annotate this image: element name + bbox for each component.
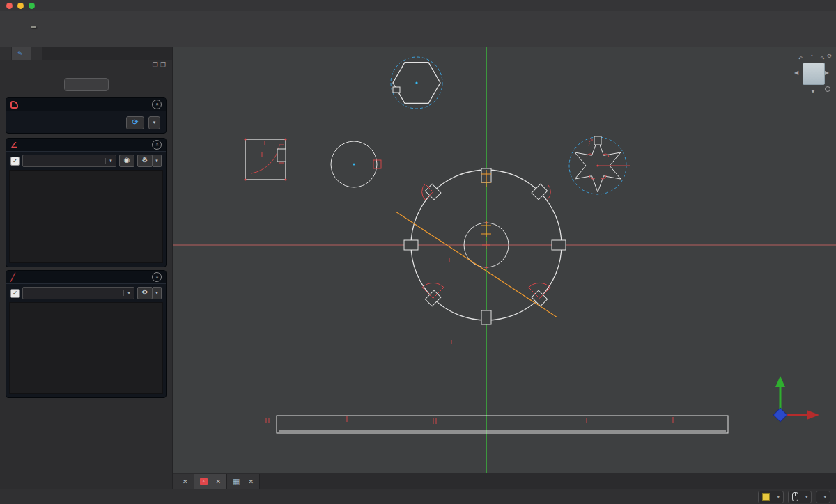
chevron-down-icon: ▾	[823, 494, 826, 500]
tab-model[interactable]	[0, 47, 11, 60]
chevron-down-icon: ▾	[777, 494, 780, 500]
auto-update-button[interactable]: ⟳	[126, 116, 144, 129]
combo-view-panel: ✎ ❐❐ » ⟳ ▾ ∠	[0, 47, 173, 489]
origin-cross	[482, 241, 490, 249]
constraints-box: ∠ » ✓ ▾ ◉ ⚙ ▾	[6, 138, 167, 267]
close-window-button[interactable]	[6, 3, 13, 9]
center-point[interactable]	[353, 163, 355, 165]
close-icon[interactable]: ✕	[183, 478, 188, 485]
elements-select-all-checkbox[interactable]: ✓	[10, 289, 20, 298]
elements-list	[9, 302, 163, 394]
tab-spreadsheet[interactable]: ▦ ✕	[227, 474, 260, 489]
toolbar-sketcher	[0, 29, 836, 47]
tab-tasks[interactable]: ✎	[12, 47, 31, 60]
navigation-cube[interactable]: ⌃ ↶ ↷ ◀ ▶ ▼ ⚙	[793, 49, 833, 97]
circle-slot-upper-right[interactable]	[532, 180, 555, 204]
circle-slot-left[interactable]	[404, 240, 418, 250]
freecad-window: ✎ ❐❐ » ⟳ ▾ ∠	[0, 0, 836, 504]
tab-presskit-document[interactable]: ◦ ✕	[194, 474, 228, 489]
navcube-corner-icon[interactable]	[825, 86, 830, 92]
sketch-viewport[interactable]: ⌃ ↶ ↷ ◀ ▶ ▼ ⚙	[173, 47, 836, 473]
elements-settings-dropdown[interactable]: ▾	[153, 287, 162, 299]
mouse-icon	[792, 492, 798, 501]
spreadsheet-icon: ▦	[233, 477, 240, 486]
arrow-left-icon[interactable]: ◀	[794, 70, 798, 76]
elements-icon: ╱	[10, 273, 15, 282]
arrow-down-icon[interactable]: ▼	[810, 88, 816, 95]
axis-indicator	[759, 370, 826, 430]
corner-arc[interactable]	[251, 145, 279, 173]
float-dock-icons[interactable]: ❐❐	[153, 61, 168, 68]
y-axis-arrow	[775, 376, 785, 387]
panel-title-bar: ❐❐	[0, 60, 172, 70]
layer-swatch-icon	[762, 493, 770, 501]
sketch-canvas	[173, 47, 836, 473]
maximize-window-button[interactable]	[29, 3, 35, 9]
chevron-down-icon: ▾	[805, 494, 808, 500]
sketch-icon	[10, 101, 18, 109]
navcube-top-face[interactable]	[803, 63, 825, 85]
auto-update-dropdown[interactable]: ▾	[148, 116, 160, 129]
panel-tab-bar: ✎	[0, 47, 172, 60]
diameter-100-dimension-line[interactable]	[396, 212, 557, 317]
elements-settings-icon[interactable]: ⚙	[137, 287, 153, 299]
rotate-ccw-icon[interactable]: ↶	[798, 56, 803, 62]
circle-slot-lower-left[interactable]	[418, 276, 447, 306]
label-leader-line	[589, 138, 591, 146]
vertical-dimension-center[interactable]	[481, 221, 491, 237]
titlebar	[0, 0, 836, 12]
solver-messages-box: » ⟳ ▾	[6, 97, 167, 134]
constraints-settings-icon[interactable]: ⚙	[137, 155, 153, 167]
freecad-document-icon: ◦	[200, 478, 208, 485]
layer-selector[interactable]: ▾	[758, 491, 784, 503]
x-axis-arrow	[807, 410, 819, 420]
constraints-list	[9, 170, 163, 263]
circle-slot-bottom[interactable]	[481, 310, 491, 324]
hexagon-notch[interactable]	[393, 87, 400, 93]
dimension-display[interactable]: ▾	[816, 491, 830, 503]
tab-selection-view[interactable]	[31, 47, 42, 60]
show-constraints-icon[interactable]: ◉	[119, 155, 134, 167]
close-task-button[interactable]	[64, 78, 109, 91]
bottom-strip-shape[interactable]	[277, 416, 728, 433]
constraints-settings-dropdown[interactable]: ▾	[153, 155, 162, 167]
constraints-select-all-checkbox[interactable]: ✓	[10, 157, 20, 166]
chevron-down-icon: ▾	[105, 158, 116, 164]
status-bar: ▾ ▾ ▾	[0, 489, 836, 504]
square-slot[interactable]	[277, 149, 286, 162]
rotate-left-icon[interactable]: ⌃	[810, 54, 814, 61]
arrow-right-icon[interactable]: ▶	[825, 70, 829, 76]
rotate-cw-icon[interactable]: ↷	[820, 56, 825, 62]
constraints-icon: ∠	[10, 141, 17, 150]
circle-slot-right[interactable]	[552, 240, 566, 250]
pencil-icon: ✎	[17, 50, 23, 57]
minimize-window-button[interactable]	[17, 3, 24, 9]
elements-box: ╱ » ✓ ▾ ⚙ ▾	[6, 270, 167, 398]
collapse-constraints-icon[interactable]: »	[152, 140, 162, 150]
document-tab-bar: ✕ ◦ ✕ ▦ ✕	[173, 473, 836, 489]
elements-filter-combo[interactable]: ▾	[22, 287, 134, 299]
constraint-tick-marks	[265, 139, 673, 424]
file-tooltip	[31, 26, 36, 28]
chevron-down-icon: ▾	[123, 290, 134, 296]
circle-slot-lower-right[interactable]	[525, 276, 555, 306]
nav-style-selector[interactable]: ▾	[788, 491, 812, 503]
toolbar-standard	[0, 11, 836, 29]
close-icon[interactable]: ✕	[216, 478, 222, 485]
navcube-settings-icon[interactable]: ⚙	[827, 53, 832, 59]
z-axis-diamond	[773, 408, 787, 422]
collapse-solver-icon[interactable]: »	[152, 100, 162, 109]
circle-slot-upper-left[interactable]	[417, 180, 441, 204]
collapse-elements-icon[interactable]: »	[152, 272, 162, 282]
close-icon[interactable]: ✕	[249, 478, 254, 485]
constraints-filter-combo[interactable]: ▾	[22, 155, 116, 167]
star-notch[interactable]	[594, 136, 601, 145]
center-point[interactable]	[415, 81, 417, 84]
tab-start[interactable]: ✕	[173, 474, 194, 489]
